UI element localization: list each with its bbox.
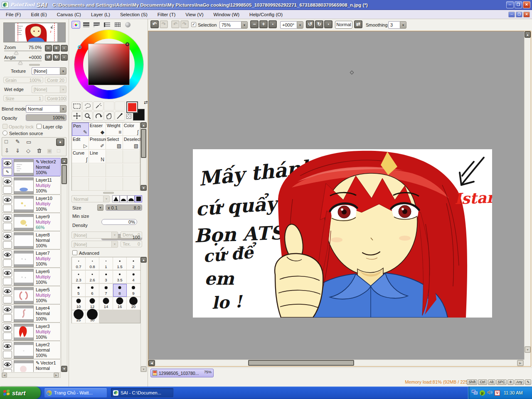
- layer-paint-target[interactable]: [3, 296, 12, 303]
- nav-zoom-reset-button[interactable]: ▪: [61, 45, 68, 52]
- nav-angle-slider-thumb[interactable]: [18, 61, 22, 64]
- blend-mode-select[interactable]: Normal▼: [26, 105, 66, 113]
- layer-paint-target[interactable]: [3, 332, 12, 340]
- task-button-sai[interactable]: SAI - C:\Documen...: [111, 388, 174, 398]
- tool-edit[interactable]: Edit▷: [72, 136, 89, 150]
- layer-paint-target[interactable]: [3, 278, 12, 285]
- zoom-in-button[interactable]: +: [259, 20, 268, 28]
- brush-size-2.3[interactable]: 2.3: [72, 271, 86, 283]
- layer-thumbnail[interactable]: [14, 305, 34, 322]
- menu-help-config[interactable]: Help/Config (O): [249, 12, 283, 17]
- brush-shape-dome[interactable]: [127, 195, 135, 202]
- start-button[interactable]: start: [0, 387, 41, 399]
- layer-thumbnail[interactable]: [14, 214, 34, 231]
- nav-zoom-slider-thumb[interactable]: [14, 51, 18, 54]
- tool-weight[interactable]: Weight≡: [106, 123, 123, 136]
- advanced-checkbox[interactable]: [72, 250, 77, 255]
- layer-visibility-toggle[interactable]: [3, 342, 12, 350]
- panel-splitter[interactable]: [103, 192, 114, 194]
- eyedropper-icon[interactable]: [115, 111, 125, 121]
- layer-clip-checkbox[interactable]: [37, 124, 42, 129]
- rotate-view-icon[interactable]: [93, 111, 103, 121]
- rotate-ccw-button[interactable]: ↺: [306, 20, 314, 28]
- tool-pressure[interactable]: Pressure✐: [89, 136, 106, 150]
- layer-visibility-toggle[interactable]: [3, 232, 12, 240]
- zoom-reset-button[interactable]: ▪: [268, 20, 277, 28]
- flip-horizontal-icon[interactable]: ⇄: [354, 20, 362, 28]
- layer-row-layer3[interactable]: Layer3Multiply100%: [2, 323, 61, 341]
- scroll-down-icon[interactable]: ▼: [140, 185, 147, 191]
- texture-select[interactable]: [None]▼: [32, 67, 66, 75]
- alt-key-button[interactable]: Alt: [488, 379, 495, 385]
- brush-shape-round[interactable]: [120, 195, 127, 202]
- layer-thumbnail[interactable]: [14, 324, 34, 340]
- brush-size-10[interactable]: 10: [72, 297, 86, 310]
- brush-size-5[interactable]: 5: [72, 284, 86, 297]
- brush-size-6[interactable]: 6: [86, 284, 99, 297]
- brush-size-4[interactable]: 4: [127, 271, 140, 283]
- layer-visibility-toggle[interactable]: [3, 177, 12, 185]
- brush-size-3[interactable]: 3: [99, 271, 113, 283]
- primary-color-swatch[interactable]: [126, 101, 138, 113]
- selection-visible-checkbox[interactable]: ✓: [191, 22, 196, 27]
- layer-row-layer4[interactable]: Layer4Normal100%: [2, 304, 61, 323]
- merge-down-icon[interactable]: ⇓: [15, 148, 20, 154]
- brush-shape-square[interactable]: [135, 195, 142, 202]
- canvas-vscrollbar[interactable]: ▲ ▼: [524, 31, 531, 360]
- sv-marker[interactable]: [126, 42, 129, 46]
- layer-visibility-toggle[interactable]: [3, 251, 12, 259]
- layer-row-layer9[interactable]: Layer9Multiply66%: [2, 213, 61, 231]
- any-key-button[interactable]: Any: [515, 379, 524, 385]
- new-vector-layer-icon[interactable]: ✎: [15, 138, 20, 145]
- ctrl-key-button[interactable]: Ctrl: [478, 379, 487, 385]
- brush-size-1.5[interactable]: 1.5: [113, 257, 127, 270]
- min-size-slider[interactable]: 0%: [101, 219, 137, 225]
- delete-layer-icon[interactable]: [36, 148, 42, 155]
- tool-color[interactable]: Colorʃ: [123, 123, 140, 136]
- layer-paint-target[interactable]: [3, 204, 12, 212]
- document-tab[interactable]: 12998505_103780... 75%: [150, 369, 214, 377]
- layer-row-vector1[interactable]: ✎Vector1Normal100%: [2, 359, 61, 372]
- rgb-slider-tab[interactable]: [82, 21, 91, 29]
- size-unit-button[interactable]: ▼: [97, 204, 103, 211]
- move-tool-icon[interactable]: [71, 111, 82, 121]
- brush-shape-triangle[interactable]: [112, 195, 120, 202]
- zoom-tool-icon[interactable]: [82, 111, 93, 121]
- swatches-tab[interactable]: [113, 21, 122, 29]
- tool-select[interactable]: Select▨: [106, 136, 123, 150]
- swap-colors-icon[interactable]: ⇄: [144, 100, 148, 105]
- layer-row-layer8[interactable]: Layer8Normal100%: [2, 231, 61, 249]
- chevron-down-icon[interactable]: ▼: [297, 21, 303, 29]
- antivirus-icon[interactable]: V: [495, 390, 500, 396]
- layer-paint-target[interactable]: ✎: [3, 168, 12, 175]
- brush-size-20[interactable]: 20: [127, 297, 140, 310]
- layer-visibility-toggle[interactable]: [3, 159, 12, 167]
- tool-deselect[interactable]: Deselect▧: [123, 136, 140, 150]
- brush-size-3.5[interactable]: 3.5: [113, 271, 127, 283]
- scroll-down-icon[interactable]: ▼: [525, 346, 531, 353]
- rotate-reset-button[interactable]: ▪: [324, 20, 332, 28]
- transparent-color-icon[interactable]: [126, 114, 131, 119]
- lasso-icon[interactable]: [82, 101, 93, 111]
- scroll-left-icon[interactable]: ◀: [2, 372, 7, 378]
- layer-paint-target[interactable]: [3, 314, 12, 322]
- nav-rotate-reset-button[interactable]: ▪: [61, 54, 68, 61]
- scratchpad-tab[interactable]: [123, 21, 132, 29]
- scroll-up-icon[interactable]: ▲: [61, 158, 67, 164]
- brush-size-1[interactable]: 1: [99, 257, 113, 270]
- pen-mode-icon[interactable]: ✎: [525, 379, 531, 385]
- scroll-right-icon[interactable]: ▶: [54, 372, 59, 378]
- canvas-hscrollbar[interactable]: ◀ ▶: [148, 360, 524, 366]
- scroll-down-icon[interactable]: ▼: [61, 366, 67, 372]
- layer-thumbnail[interactable]: [14, 196, 34, 212]
- brush-size-2.6[interactable]: 2.6: [86, 271, 99, 283]
- menu-edit[interactable]: Edit (E): [31, 12, 47, 17]
- layer-row-layer5[interactable]: Layer5Multiply100%: [2, 286, 61, 304]
- size-grid-scrollbar[interactable]: [140, 257, 147, 372]
- maximize-button[interactable]: ❐: [515, 1, 522, 8]
- layer-scroll-thumb[interactable]: [62, 165, 67, 184]
- layer-visibility-toggle[interactable]: [3, 196, 12, 204]
- view-mode-button[interactable]: Normal: [335, 21, 352, 29]
- close-button[interactable]: ✕: [523, 1, 530, 8]
- layer-opacity-slider[interactable]: 100%: [26, 114, 66, 121]
